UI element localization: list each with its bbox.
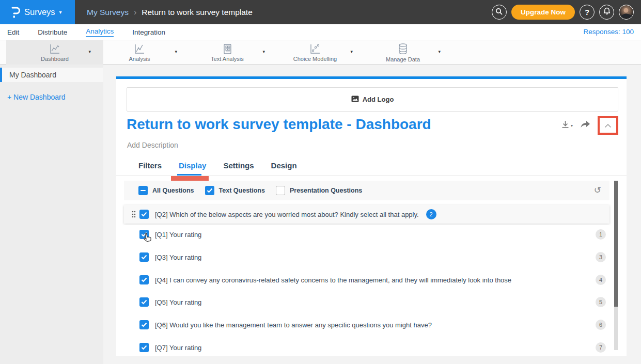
question-filter-bar: All Questions Text Questions Presentatio… (124, 181, 609, 200)
toolbar-item-label: Choice Modelling (293, 56, 337, 62)
choice-modelling-scatter-icon (309, 43, 321, 55)
analytics-toolbar: Dashboard ▾ Analysis ▾ Text Analysis ▾ C… (0, 40, 641, 65)
share-button[interactable] (580, 120, 590, 131)
nav-item-edit[interactable]: Edit (7, 28, 19, 36)
nav-item-distribute[interactable]: Distribute (38, 28, 67, 36)
sidebar-item-my-dashboard[interactable]: My Dashboard (0, 68, 103, 82)
question-row-q1[interactable]: [Q1] Your rating 1 (124, 225, 609, 244)
responses-count[interactable]: Responses: 100 (583, 28, 634, 36)
nav-item-analytics[interactable]: Analytics (86, 27, 114, 37)
question-text: [Q7] Your rating (155, 338, 201, 356)
survey-nav: Edit Distribute Analytics Integration Re… (0, 24, 641, 40)
text-analysis-document-icon (221, 43, 233, 55)
checkbox-unchecked[interactable] (276, 186, 285, 195)
upgrade-now-button[interactable]: Upgrade Now (511, 5, 575, 20)
toolbar-item-analysis[interactable]: Analysis ▾ (96, 40, 183, 65)
share-arrow-icon (580, 120, 590, 131)
red-annotation-marker (171, 176, 209, 181)
bell-icon (603, 7, 611, 17)
tab-filters[interactable]: Filters (138, 161, 162, 175)
notifications-button[interactable] (599, 5, 614, 20)
help-icon: ? (585, 8, 589, 17)
question-row-q7[interactable]: [Q7] Your rating 7 (124, 338, 609, 356)
tab-design[interactable]: Design (271, 161, 297, 175)
question-checkbox[interactable] (139, 275, 149, 284)
question-row-q2-dragging[interactable]: [Q2] Which of the below aspects are you … (124, 205, 609, 224)
toolbar-item-choice-modelling[interactable]: Choice Modelling ▾ (271, 40, 359, 65)
toolbar-item-label: Analysis (129, 56, 150, 62)
checkbox-indeterminate[interactable] (138, 186, 148, 195)
question-checkbox[interactable] (139, 210, 149, 219)
chevron-down-icon: ▾ (571, 123, 573, 128)
toolbar-item-manage-data[interactable]: Manage Data ▾ (359, 40, 447, 65)
tab-display[interactable]: Display (179, 161, 206, 175)
question-row-q5[interactable]: [Q5] Your rating 5 (124, 293, 609, 311)
download-button[interactable]: ▾ (561, 120, 573, 131)
toolbar-item-label: Manage Data (386, 56, 420, 62)
search-icon (495, 8, 503, 17)
questionpro-logo (10, 6, 21, 19)
question-row-q4[interactable]: [Q4] I can convey any coronavirus-relate… (124, 271, 609, 289)
avatar[interactable] (619, 5, 634, 20)
chevron-down-icon[interactable]: ▾ (262, 49, 265, 54)
question-text: [Q1] Your rating (155, 225, 201, 244)
add-logo-label: Add Logo (363, 96, 394, 103)
scrollbar-thumb[interactable] (614, 181, 618, 307)
drag-handle-icon[interactable] (132, 211, 136, 220)
dashboard-tabs: Filters Display Settings Design (116, 157, 627, 176)
database-icon (397, 43, 409, 55)
toolbar-item-label: Dashboard (41, 56, 69, 62)
reset-order-icon[interactable]: ↺ (594, 185, 601, 196)
question-order-badge: 1 (596, 229, 606, 240)
chevron-down-icon[interactable]: ▾ (438, 49, 441, 54)
breadcrumb-my-surveys[interactable]: My Surveys (87, 8, 129, 17)
question-order-badge: 3 (596, 252, 606, 262)
chevron-up-icon (604, 121, 612, 130)
add-logo-dropzone[interactable]: Add Logo (127, 87, 618, 112)
filter-text-questions[interactable]: Text Questions (205, 186, 265, 195)
scrollbar-track[interactable] (614, 307, 618, 350)
dashboard-sidebar: My Dashboard + New Dashboard (0, 65, 103, 364)
question-checkbox[interactable] (139, 320, 149, 329)
question-order-badge: 4 (596, 275, 606, 285)
question-text: [Q2] Which of the below aspects are you … (155, 205, 436, 224)
question-order-badge: 7 (596, 342, 606, 353)
question-row-q3[interactable]: [Q3] Your rating 3 (124, 248, 609, 266)
new-dashboard-button[interactable]: + New Dashboard (0, 93, 103, 101)
tab-settings[interactable]: Settings (223, 161, 254, 175)
toolbar-item-label: Text Analysis (211, 56, 244, 62)
checkbox-checked[interactable] (205, 186, 214, 195)
dashboard-chart-icon (49, 43, 61, 55)
question-checkbox[interactable] (139, 230, 149, 239)
collapse-header-button-highlighted[interactable] (598, 116, 618, 135)
help-button[interactable]: ? (580, 5, 595, 20)
question-row-q6[interactable]: [Q6] Would you like the management team … (124, 315, 609, 334)
chevron-down-icon[interactable]: ▾ (175, 49, 177, 54)
question-order-badge: 5 (596, 297, 606, 307)
chevron-down-icon: ▾ (59, 9, 62, 15)
filter-presentation-questions[interactable]: Presentation Questions (276, 186, 362, 195)
search-button[interactable] (492, 5, 507, 20)
question-order-badge: 6 (596, 320, 606, 330)
filter-label: All Questions (152, 187, 194, 194)
chevron-down-icon[interactable]: ▾ (350, 49, 353, 54)
question-checkbox[interactable] (139, 252, 149, 262)
chevron-down-icon[interactable]: ▾ (88, 49, 91, 54)
page-title: Return to work survey template - Dashboa… (127, 116, 431, 133)
header-actions: Upgrade Now ? (492, 0, 634, 24)
toolbar-item-text-analysis[interactable]: Text Analysis ▾ (183, 40, 271, 65)
filter-all-questions[interactable]: All Questions (138, 186, 194, 195)
app-window: Surveys ▾ My Surveys › Return to work su… (0, 0, 641, 364)
product-switcher[interactable]: Surveys ▾ (0, 0, 75, 24)
image-icon (351, 95, 359, 104)
filter-label: Text Questions (219, 187, 265, 194)
toolbar-item-dashboard[interactable]: Dashboard ▾ (6, 40, 103, 65)
add-description-placeholder[interactable]: Add Description (127, 141, 178, 149)
question-checkbox[interactable] (139, 297, 149, 307)
breadcrumb: My Surveys › Return to work survey templ… (87, 0, 253, 24)
active-tab-indicator (177, 174, 201, 176)
breadcrumb-separator: › (134, 8, 136, 17)
filter-label: Presentation Questions (290, 187, 362, 194)
nav-item-integration[interactable]: Integration (132, 28, 165, 36)
question-checkbox[interactable] (139, 343, 149, 352)
